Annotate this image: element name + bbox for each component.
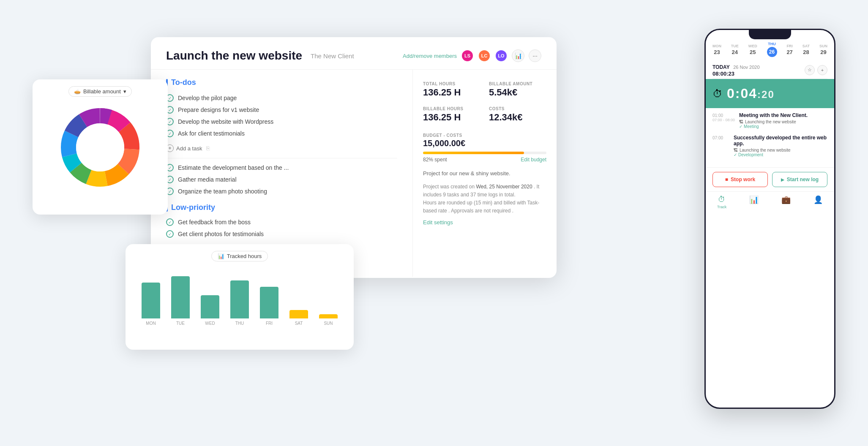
calendar-nav: MON 23 TUE 24 WED 25 THU 26 FRI 27 [712,42,827,57]
project-meta-line2: Hours are rounded up (15 min) and billed… [423,200,539,214]
timeline-tag-1: ✓ Meeting [739,124,827,129]
costs-stat: COSTS 12.34k€ [489,103,546,126]
project-header: Launch the new website The New Client Ad… [151,37,557,70]
client-name: The New Client [311,52,354,60]
progress-bar-fill [423,152,524,154]
timeline-project-2: 🏗 Launching the new website [734,148,827,152]
billable-hours-stat: BILLABLE HOURS 136.25 H [423,103,480,126]
add-task-label: Add a task [176,145,202,152]
project-icon-2: 🏗 [734,148,738,152]
timer-display: 0:04:20 [727,86,775,101]
bar-tue-label: TUE [176,321,185,326]
header-actions: Add/remove members LS LC LO 📊 ··· [403,49,541,62]
copy-icon[interactable]: ⎘ [206,145,210,152]
timeline-title-1: Meeting with the New Client. [739,112,827,118]
cal-day-sat[interactable]: SAT 28 [802,44,810,55]
bar-mon-label: MON [146,321,156,326]
nav-reports[interactable]: 📊 [749,195,759,209]
total-hours-value: 136.25 H [423,87,480,98]
today-date: 26 Nov 2020 [733,65,759,70]
budget-label: BUDGET - COSTS [423,133,546,138]
today-time: 08:00:23 [712,71,760,77]
timeline-time-1: 01:00 [712,112,735,118]
timer-banner: ⏱ 0:04:20 [706,79,834,108]
budget-section: BUDGET - COSTS 15,000.00€ 82% spent Edit… [423,133,546,163]
bar-mon-bar [142,283,160,318]
bar-fri-label: FRI [266,321,273,326]
low-priority-title: Low-priority [166,203,397,212]
nav-projects[interactable]: 💼 [781,195,791,209]
edit-settings-link[interactable]: Edit settings [423,219,453,226]
reports-icon: 📊 [749,195,759,204]
add-members-link[interactable]: Add/remove members [403,53,457,59]
timeline-time-2: 07:00 [712,135,729,140]
phone-action-row: ■ Stop work ▶ Start new log [706,167,834,191]
todo-item: ✓ Prepare designs for v1 website [166,104,397,116]
project-icon-1: 🏗 [739,120,743,124]
svg-point-11 [76,123,124,171]
bar-chart-title: 📊 Tracked hours [211,251,268,261]
todo-checkbox-low[interactable]: ✓ [166,218,174,226]
timeline-content-1: Meeting with the New Client. 🏗 Launching… [739,112,827,129]
cal-day-fri[interactable]: FRI 27 [786,44,793,55]
start-new-log-button[interactable]: ▶ Start new log [772,172,827,187]
timer-minutes: 0:04 [727,86,757,101]
timeline-project-1: 🏗 Launching the new website [739,120,827,124]
bar-sat-label: SAT [295,321,303,326]
bar-thu-bar [230,280,249,318]
bar-wed-label: WED [205,321,215,326]
nav-track-label: Track [717,205,726,209]
donut-dropdown[interactable]: 🥧 Billable amount ▾ [68,86,132,97]
phone-card: MON 23 TUE 24 WED 25 THU 26 FRI 27 [704,29,835,409]
timeline-item-2: 07:00 Successfully developed the entire … [712,135,827,157]
avatar-ls[interactable]: LS [461,49,474,62]
more-options-btn[interactable]: ··· [529,49,541,62]
add-task-button[interactable]: + Add a task [166,142,202,155]
bar-thu-label: THU [235,321,244,326]
timer-icon: ⏱ [712,88,723,100]
project-meta-line1: Project was created on Wed, 25 November … [423,184,539,198]
todos-title: To-dos [166,78,397,87]
todo-item-low: ✓ Get client photos for testimonials [166,228,397,240]
bar-chart-label: Tracked hours [227,253,262,259]
chart-icon-btn[interactable]: 📊 [512,49,524,62]
divider [166,158,397,158]
cal-day-thu-active[interactable]: THU 26 [767,42,777,57]
nav-track[interactable]: ⏱ Track [717,195,726,209]
today-row: TODAY 26 Nov 2020 08:00:23 ☆ + [712,60,827,79]
project-description: Project for our new & shiny website. [423,169,546,178]
bar-wed-bar [201,295,219,318]
projects-icon: 💼 [781,195,791,204]
bar-tue: TUE [168,276,193,326]
billable-hours-label: BILLABLE HOURS [423,106,480,111]
stop-work-button[interactable]: ■ Stop work [712,172,768,187]
chevron-down-icon: ▾ [123,88,126,95]
bar-wed: WED [197,295,223,326]
total-hours-stat: TOTAL HOURS 136.25 H [423,78,480,101]
todo-item: ✓ Develop the pilot page [166,92,397,104]
cal-day-tue[interactable]: TUE 24 [731,44,739,55]
bar-chart: MON TUE WED THU FRI SAT [134,267,345,326]
star-icon-btn[interactable]: ☆ [805,65,815,75]
cal-day-wed[interactable]: WED 25 [748,44,757,55]
bar-sun: SUN [316,314,341,326]
todo-text: Estimate the development based on the ..… [178,164,289,171]
todo-text: Get client photos for testimonials [178,231,264,237]
donut-svg [54,101,147,194]
progress-footer: 82% spent Edit budget [423,157,546,163]
bar-sun-label: SUN [324,321,333,326]
cal-day-sun[interactable]: SUN 29 [819,44,827,55]
today-icons: ☆ + [805,65,827,75]
avatar-lc[interactable]: LC [478,49,491,62]
nav-profile[interactable]: 👤 [813,195,823,209]
avatar-lo[interactable]: LO [495,49,508,62]
cal-day-mon[interactable]: MON 23 [712,44,721,55]
bar-sat: SAT [286,310,311,326]
plus-icon-btn[interactable]: + [817,65,827,75]
todo-checkbox-low[interactable]: ✓ [166,230,174,238]
bar-sun-bar [319,314,338,318]
timeline-range-1: 07:00 - 08:00 [712,118,735,122]
edit-budget-link[interactable]: Edit budget [521,157,546,163]
timeline-title-2: Successfully developed the entire web ap… [734,135,827,147]
main-project-card: Launch the new website The New Client Ad… [151,37,557,278]
